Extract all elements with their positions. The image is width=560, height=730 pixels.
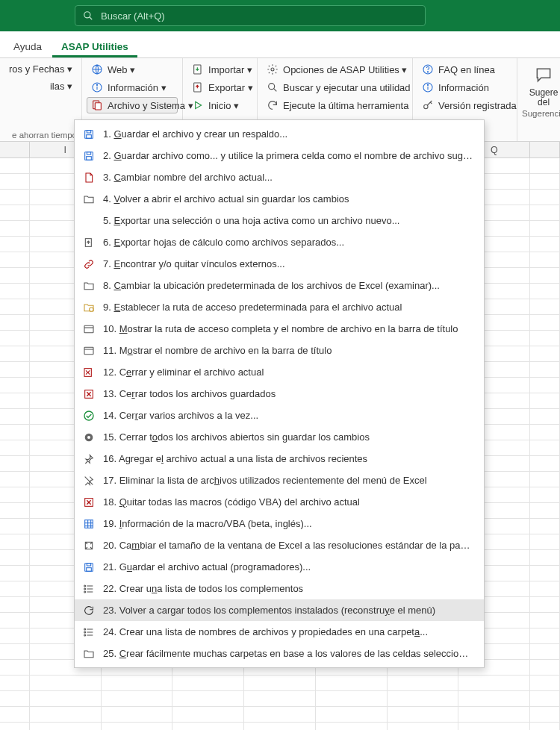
menu-item-label: 8. Cambiar la ubicación predeterminada d… <box>103 280 473 291</box>
menu-item-24[interactable]: 24. Crear una lista de nombres de archiv… <box>75 621 484 643</box>
menu-item-18[interactable]: 18. Quitar todas las macros (código VBA)… <box>75 491 484 513</box>
ribbon-btn-ejecute-ultima[interactable]: Ejecute la última herramienta <box>262 97 408 113</box>
menu-item-label: 14. Cerrar varios archivos a la vez... <box>103 410 473 421</box>
archivo-sistema-menu: 1. Guardar el archivo y crear un respald… <box>74 119 485 668</box>
export-icon <box>82 236 96 249</box>
ribbon-btn-version[interactable]: Versión registrada <box>417 97 512 113</box>
menu-item-label: 21. Guardar el archivo actual (programad… <box>103 561 473 573</box>
export-icon <box>192 81 204 93</box>
ribbon-btn-faq[interactable]: FAQ en línea <box>417 61 512 78</box>
menu-item-label: 17. Eliminar la lista de archivos utiliz… <box>103 475 473 486</box>
list-icon <box>82 626 96 639</box>
ribbon-btn-archivo-sistema[interactable]: Archivo y Sistema ▾ <box>87 97 178 113</box>
svg-rect-28 <box>84 325 93 332</box>
svg-point-19 <box>424 104 428 108</box>
menu-item-label: 25. Crear fácilmente muchas carpetas en … <box>103 648 473 659</box>
unpin-icon <box>82 474 96 487</box>
help-icon <box>422 63 434 75</box>
svg-rect-25 <box>87 156 92 160</box>
save-icon <box>82 149 96 163</box>
search-input[interactable]: Buscar (Alt+Q) <box>75 5 426 26</box>
ribbon-btn-filas[interactable]: ilas ▾ <box>46 78 77 94</box>
ribbon-btn-sugerencias[interactable]: Sugere del <box>522 61 560 107</box>
svg-line-13 <box>274 89 277 92</box>
menu-item-label: 7. Encontrar y/o quitar vínculos externo… <box>103 258 473 269</box>
column-header[interactable] <box>0 142 30 157</box>
menu-item-9[interactable]: 9. Establecer la ruta de acceso predeter… <box>75 296 484 318</box>
ribbon-btn-inicio[interactable]: Inicio ▾ <box>187 97 252 113</box>
menu-item-label: 19. Información de la macro/VBA (beta, i… <box>103 518 473 529</box>
menu-item-5[interactable]: 5. Exportar una selección o una hoja act… <box>75 210 484 231</box>
svg-point-65 <box>84 634 86 636</box>
menu-item-label: 5. Exportar una selección o una hoja act… <box>103 215 473 226</box>
svg-line-1 <box>90 17 93 20</box>
grid-icon <box>82 517 96 531</box>
svg-point-40 <box>87 436 90 439</box>
svg-point-38 <box>84 411 93 420</box>
menu-item-8[interactable]: 8. Cambiar la ubicación predeterminada d… <box>75 275 484 296</box>
svg-point-27 <box>90 308 93 311</box>
svg-point-58 <box>84 588 86 590</box>
menu-item-15[interactable]: 15. Cerrar todos los archivos abiertos s… <box>75 426 484 448</box>
svg-rect-30 <box>84 347 93 354</box>
menu-item-1[interactable]: 1. Guardar el archivo y crear un respald… <box>75 123 484 145</box>
tab-strip: Ayuda ASAP Utilities <box>0 31 560 58</box>
title-bar: Buscar (Alt+Q) <box>0 0 560 31</box>
info-icon <box>91 81 103 93</box>
dot-icon <box>82 431 96 444</box>
search-icon <box>267 81 279 93</box>
menu-item-23[interactable]: 23. Volver a cargar todos los complement… <box>75 599 484 621</box>
menu-item-6[interactable]: 6. Exportar hojas de cálculo como archiv… <box>75 231 484 253</box>
folder-icon <box>82 279 96 293</box>
ribbon-btn-numeros-fechas[interactable]: ros y Fechas ▾ <box>4 61 77 77</box>
file-system-icon <box>91 99 103 111</box>
menu-item-22[interactable]: 22. Crear una lista de todos los complem… <box>75 578 484 599</box>
menu-item-12[interactable]: 12. Cerrar y eliminar el archivo actual <box>75 361 484 383</box>
folder-icon <box>82 193 96 206</box>
column-header[interactable] <box>530 142 560 157</box>
tab-ayuda[interactable]: Ayuda <box>4 35 51 57</box>
folder-set-icon <box>82 301 96 314</box>
menu-item-19[interactable]: 19. Información de la macro/VBA (beta, i… <box>75 513 484 534</box>
ribbon-btn-web[interactable]: Web ▾ <box>87 61 178 78</box>
menu-item-17[interactable]: 17. Eliminar la lista de archivos utiliz… <box>75 469 484 491</box>
menu-item-10[interactable]: 10. Mostrar la ruta de acceso completa y… <box>75 318 484 340</box>
check-icon <box>82 409 96 422</box>
pin-icon <box>82 452 96 466</box>
svg-rect-21 <box>87 130 90 132</box>
redo-icon <box>267 99 279 111</box>
ribbon-btn-opciones[interactable]: Opciones de ASAP Utilities ▾ <box>262 61 408 78</box>
menu-item-13[interactable]: 13. Cerrar todos los archivos guardados <box>75 383 484 405</box>
menu-item-7[interactable]: 7. Encontrar y/o quitar vínculos externo… <box>75 253 484 275</box>
reload-icon <box>82 604 96 617</box>
menu-item-21[interactable]: 21. Guardar el archivo actual (programad… <box>75 556 484 578</box>
ribbon-btn-buscar-utilidad[interactable]: Buscar y ejecutar una utilidad <box>262 79 408 96</box>
link-icon <box>82 258 96 271</box>
svg-point-57 <box>84 585 86 587</box>
menu-item-20[interactable]: 20. Cambiar el tamaño de la ventana de E… <box>75 534 484 556</box>
ribbon-btn-exportar[interactable]: Exportar ▾ <box>187 79 252 96</box>
ribbon-btn-informacion2[interactable]: Información <box>417 79 512 96</box>
menu-item-4[interactable]: 4. Volver a abrir el archivo actual sin … <box>75 188 484 210</box>
menu-item-16[interactable]: 16. Agregar el archivo actual a una list… <box>75 448 484 469</box>
menu-item-14[interactable]: 14. Cerrar varios archivos a la vez... <box>75 405 484 426</box>
menu-item-label: 9. Establecer la ruta de acceso predeter… <box>103 302 473 313</box>
play-icon <box>192 99 204 111</box>
menu-item-25[interactable]: 25. Crear fácilmente muchas carpetas en … <box>75 643 484 664</box>
ribbon-group-caption: e ahorran tiempo <box>4 129 77 140</box>
menu-item-label: 11. Mostrar el nombre de archivo en la b… <box>103 345 473 356</box>
globe-icon <box>91 63 103 75</box>
menu-item-11[interactable]: 11. Mostrar el nombre de archivo en la b… <box>75 340 484 361</box>
ribbon-btn-importar[interactable]: Importar ▾ <box>187 61 252 78</box>
svg-rect-24 <box>87 152 90 154</box>
menu-item-label: 23. Volver a cargar todos los complement… <box>103 605 473 616</box>
menu-item-2[interactable]: 2. Guardar archivo como... y utilice la … <box>75 145 484 166</box>
menu-item-label: 22. Crear una lista de todos los complem… <box>103 583 473 594</box>
save-icon <box>82 561 96 574</box>
menu-item-3[interactable]: 3. Cambiar nombre del archivo actual... <box>75 166 484 188</box>
tab-asap-utilities[interactable]: ASAP Utilities <box>52 35 137 57</box>
window-icon <box>82 344 96 358</box>
blank-icon <box>82 214 96 228</box>
ribbon-btn-informacion[interactable]: Información ▾ <box>87 79 178 96</box>
svg-rect-45 <box>85 520 93 528</box>
